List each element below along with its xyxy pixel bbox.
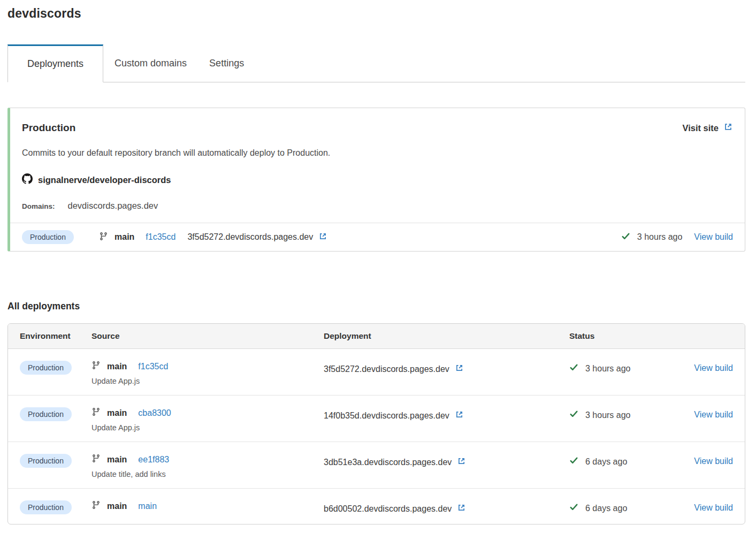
column-header-source: Source <box>91 331 324 341</box>
view-build-link[interactable]: View build <box>694 232 733 242</box>
visit-site-link[interactable]: Visit site <box>682 122 733 134</box>
tab-bar: Deployments Custom domains Settings <box>7 44 745 82</box>
commit-link[interactable]: f1c35cd <box>146 232 175 242</box>
external-link-icon <box>723 122 733 134</box>
deployment-status: 3 hours ago <box>569 363 683 374</box>
git-branch-icon <box>91 500 101 512</box>
deployments-table-header: Environment Source Deployment Status <box>8 324 745 349</box>
domains-row: Domains: devdiscords.pages.dev <box>22 201 733 211</box>
environment-badge: Production <box>20 454 72 468</box>
deployment-url: 14f0b35d.devdiscords.pages.dev <box>324 411 449 421</box>
table-row: Production main ee1f883 Update title, ad… <box>8 442 745 488</box>
commit-link[interactable]: f1c35cd <box>138 362 168 371</box>
environment-badge: Production <box>20 361 72 375</box>
environment-badge: Production <box>20 407 72 421</box>
commit-message: Update App.js <box>91 423 324 432</box>
branch-name: main <box>107 408 127 418</box>
tab-settings-label: Settings <box>209 58 244 69</box>
table-row: Production main main b6d00502.devdiscord… <box>8 488 745 524</box>
all-deployments-title: All deployments <box>7 301 745 312</box>
environment-badge: Production <box>20 500 72 514</box>
status-time: 3 hours ago <box>585 410 631 420</box>
deployment-status: 3 hours ago <box>569 409 683 421</box>
column-header-deployment: Deployment <box>324 331 569 341</box>
tab-custom-domains[interactable]: Custom domains <box>103 44 198 82</box>
deployments-table-body: Production main f1c35cd Update App.js 3f… <box>8 349 745 524</box>
visit-site-label: Visit site <box>682 123 719 133</box>
domains-label: Domains: <box>22 202 55 210</box>
view-build-link[interactable]: View build <box>694 503 733 512</box>
deployment-url: 3f5d5272.devdiscords.pages.dev <box>324 364 449 374</box>
production-deployment-row: Production main f1c35cd 3f5d5272.devdisc… <box>10 223 745 251</box>
github-icon <box>22 173 33 186</box>
branch-name: main <box>107 501 127 511</box>
git-branch-icon <box>91 407 101 419</box>
tab-deployments[interactable]: Deployments <box>7 44 103 82</box>
success-check-icon <box>569 503 578 514</box>
external-link-icon[interactable] <box>457 503 466 514</box>
external-link-icon[interactable] <box>455 410 464 421</box>
view-build-link[interactable]: View build <box>694 410 733 419</box>
success-check-icon <box>621 232 630 243</box>
status-time: 6 days ago <box>585 457 627 467</box>
git-branch-icon <box>99 232 108 243</box>
column-header-environment: Environment <box>20 331 91 341</box>
git-branch-icon <box>91 454 101 465</box>
table-row: Production main cba8300 Update App.js 14… <box>8 395 745 442</box>
success-check-icon <box>569 456 578 467</box>
deployment-url: 3db51e3a.devdiscords.pages.dev <box>324 458 452 467</box>
view-build-link[interactable]: View build <box>694 457 733 466</box>
external-link-icon[interactable] <box>455 363 464 375</box>
production-card-title: Production <box>22 122 75 134</box>
production-description: Commits to your default repository branc… <box>22 148 733 158</box>
deployments-table: Environment Source Deployment Status Pro… <box>7 323 745 524</box>
production-card: Production Visit site Commits to your de… <box>7 108 745 252</box>
deployment-url: 3f5d5272.devdiscords.pages.dev <box>187 232 313 242</box>
status-time: 3 hours ago <box>585 364 631 374</box>
git-branch-icon <box>91 361 101 372</box>
pages-project-page: devdiscords Deployments Custom domains S… <box>0 0 756 524</box>
tab-deployments-label: Deployments <box>27 58 83 70</box>
column-header-status: Status <box>569 331 683 341</box>
commit-link[interactable]: ee1f883 <box>138 455 169 465</box>
status-time: 6 days ago <box>585 504 627 513</box>
deployment-url: b6d00502.devdiscords.pages.dev <box>324 504 452 514</box>
external-link-icon[interactable] <box>457 457 466 468</box>
success-check-icon <box>569 409 578 421</box>
tab-settings[interactable]: Settings <box>198 44 255 82</box>
tab-custom-domains-label: Custom domains <box>114 58 187 69</box>
table-row: Production main f1c35cd Update App.js 3f… <box>8 349 745 395</box>
commit-link[interactable]: cba8300 <box>138 408 171 418</box>
branch-name: main <box>107 455 127 465</box>
repo-name: signalnerve/developer-discords <box>38 175 171 185</box>
domains-value: devdiscords.pages.dev <box>68 201 158 211</box>
view-build-link[interactable]: View build <box>694 363 733 372</box>
branch-name: main <box>107 362 127 371</box>
page-title: devdiscords <box>7 6 745 21</box>
environment-badge: Production <box>22 230 74 244</box>
commit-message: Update title, add links <box>91 470 324 478</box>
commit-message: Update App.js <box>91 377 324 385</box>
deployment-status: 6 days ago <box>569 456 683 467</box>
commit-link[interactable]: main <box>138 501 157 511</box>
success-check-icon <box>569 363 578 374</box>
status-time: 3 hours ago <box>637 232 683 242</box>
branch-name: main <box>114 232 134 242</box>
external-link-icon[interactable] <box>318 232 327 243</box>
deployment-status: 6 days ago <box>569 503 683 514</box>
repo-link[interactable]: signalnerve/developer-discords <box>22 173 733 186</box>
deployment-status: 3 hours ago <box>621 232 683 243</box>
